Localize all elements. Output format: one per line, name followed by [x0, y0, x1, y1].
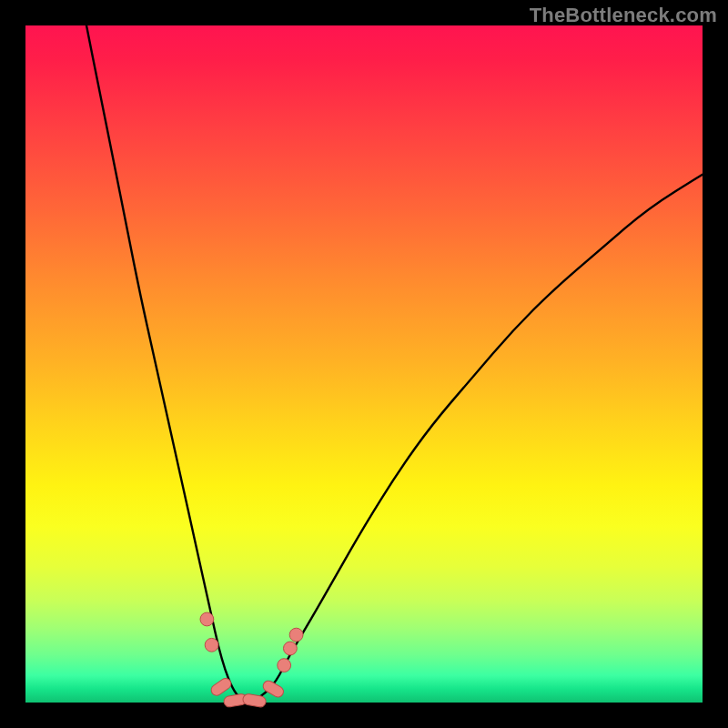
marker-dot [205, 638, 218, 652]
marker-dot [200, 612, 214, 626]
marker-dot [289, 628, 303, 642]
marker-dot [284, 642, 298, 655]
plot-area [25, 25, 703, 703]
curve-group [86, 25, 703, 701]
chart-svg [25, 25, 703, 703]
marker-group [200, 612, 303, 708]
marker-pill [209, 676, 233, 697]
marker-dot [278, 659, 291, 672]
bottleneck-curve [86, 25, 703, 701]
marker-pill [261, 679, 286, 699]
watermark-label: TheBottleneck.com [530, 4, 717, 27]
chart-canvas: TheBottleneck.com [0, 0, 728, 728]
